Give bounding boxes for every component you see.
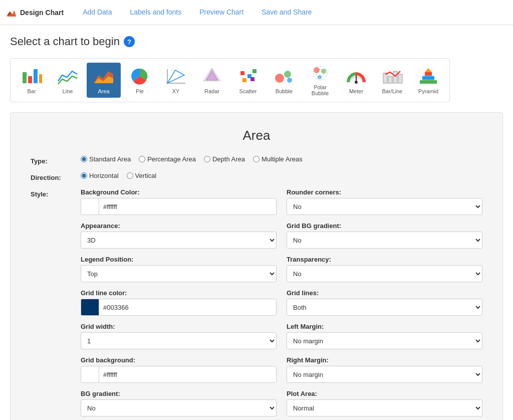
chart-type-bar: Bar Line Area xyxy=(10,58,450,102)
type-multiple[interactable]: Multiple Areas xyxy=(253,155,303,163)
grid-background-group: Grid background: xyxy=(81,356,277,383)
legend-position-select[interactable]: Top Bottom Left Right None xyxy=(81,265,277,282)
scatter-icon xyxy=(237,66,259,86)
direction-row: Direction: Horizontal Vertical xyxy=(31,172,482,181)
svg-rect-22 xyxy=(252,69,256,73)
rounder-corners-select[interactable]: No Yes xyxy=(287,198,482,215)
page-title: Select a chart to begin ? xyxy=(10,35,503,48)
svg-point-25 xyxy=(275,74,284,83)
grid-line-color-value[interactable] xyxy=(99,304,276,311)
bg-color-group: Background Color: xyxy=(81,188,277,215)
style-row: Style: Background Color: Appearance: xyxy=(31,188,482,420)
grid-bg-gradient-group: Grid BG gradient: No Yes xyxy=(287,222,482,249)
grid-bg-color-value[interactable] xyxy=(99,371,276,378)
rounder-corners-group: Rounder corners: No Yes xyxy=(287,188,482,215)
plot-area-group: Plot Area: Normal Full Small xyxy=(287,390,482,416)
bubble-icon xyxy=(273,66,295,86)
chart-type-xy-item[interactable]: XY xyxy=(159,63,193,98)
transparency-label: Transparency: xyxy=(287,256,482,263)
nav-tabs: Add Data Labels and fonts Preview Chart … xyxy=(74,0,321,25)
appearance-group: Appearance: 3D 2D xyxy=(81,222,277,249)
type-depth[interactable]: Depth Area xyxy=(204,155,245,163)
chart-type-scatter-item[interactable]: Scatter xyxy=(231,63,265,98)
svg-rect-7 xyxy=(39,74,42,83)
tab-add-data[interactable]: Add Data xyxy=(74,0,121,25)
chart-type-pyramid-item[interactable]: Pyramid xyxy=(411,63,445,98)
right-margin-select[interactable]: No margin Small Medium Large xyxy=(287,366,482,383)
direction-vertical[interactable]: Vertical xyxy=(127,172,157,179)
type-percentage[interactable]: Percentage Area xyxy=(139,155,196,163)
area-icon xyxy=(93,66,115,86)
right-style-col: Rounder corners: No Yes Grid BG gradient… xyxy=(282,188,482,420)
transparency-select[interactable]: No Yes xyxy=(287,265,482,282)
left-margin-group: Left Margin: No margin Small Medium Larg… xyxy=(287,323,482,349)
grid-line-color-group: Grid line color: xyxy=(81,289,277,316)
svg-rect-43 xyxy=(422,76,434,80)
left-margin-select[interactable]: No margin Small Medium Large xyxy=(287,332,482,349)
logo-icon xyxy=(6,7,17,18)
bg-color-value[interactable] xyxy=(99,203,276,211)
grid-width-label: Grid width: xyxy=(81,323,277,330)
chart-type-polar-bubble-item[interactable]: Polar Bubble xyxy=(303,63,337,98)
bg-gradient-select[interactable]: No Yes xyxy=(81,399,277,416)
grid-line-color-swatch[interactable] xyxy=(81,299,99,315)
direction-horizontal[interactable]: Horizontal xyxy=(81,172,119,179)
svg-point-30 xyxy=(314,67,320,73)
svg-point-27 xyxy=(287,78,292,83)
config-panel: Area Type: Standard Area Percentage Area… xyxy=(10,112,503,420)
chart-type-pie-item[interactable]: Pie xyxy=(123,63,157,98)
svg-marker-45 xyxy=(425,68,432,72)
tab-labels-fonts[interactable]: Labels and fonts xyxy=(121,0,191,25)
xy-icon xyxy=(165,66,187,86)
legend-position-group: Legend Position: Top Bottom Left Right N… xyxy=(81,256,277,282)
line-icon xyxy=(57,66,79,86)
grid-bg-color-input-row[interactable] xyxy=(81,366,277,383)
svg-point-34 xyxy=(355,81,358,84)
svg-point-32 xyxy=(318,75,322,79)
svg-rect-35 xyxy=(383,73,387,83)
bg-gradient-group: BG gradient: No Yes xyxy=(81,390,277,416)
svg-rect-36 xyxy=(388,76,392,83)
plot-area-label: Plot Area: xyxy=(287,390,482,397)
chart-type-bubble-item[interactable]: Bubble xyxy=(267,63,301,98)
style-label: Style: xyxy=(31,188,81,198)
logo[interactable]: Design Chart xyxy=(6,7,64,18)
chart-type-line-item[interactable]: Line xyxy=(51,63,85,98)
chart-type-radar-item[interactable]: Radar xyxy=(195,63,229,98)
left-style-col: Background Color: Appearance: 3D 2D xyxy=(81,188,282,420)
type-options: Standard Area Percentage Area Depth Area… xyxy=(81,155,303,163)
appearance-select[interactable]: 3D 2D xyxy=(81,232,277,249)
grid-background-label: Grid background: xyxy=(81,356,277,364)
svg-marker-13 xyxy=(167,70,184,83)
type-standard[interactable]: Standard Area xyxy=(81,155,131,163)
grid-bg-gradient-select[interactable]: No Yes xyxy=(287,232,482,249)
grid-lines-label: Grid lines: xyxy=(287,289,482,297)
svg-rect-37 xyxy=(393,71,397,83)
chart-type-bar-item[interactable]: Bar xyxy=(15,63,49,98)
config-title: Area xyxy=(31,128,482,143)
type-label: Type: xyxy=(31,155,81,165)
transparency-group: Transparency: No Yes xyxy=(287,256,482,282)
bg-color-input-row[interactable] xyxy=(81,198,277,215)
grid-line-color-input-row[interactable] xyxy=(81,299,277,316)
rounder-corners-label: Rounder corners: xyxy=(287,188,482,196)
grid-width-group: Grid width: 1 2 3 xyxy=(81,323,277,349)
svg-rect-20 xyxy=(240,71,244,75)
plot-area-select[interactable]: Normal Full Small xyxy=(287,399,482,416)
svg-rect-5 xyxy=(28,76,32,83)
logo-text: Design Chart xyxy=(20,9,64,17)
grid-lines-select[interactable]: Both Horizontal Vertical None xyxy=(287,299,482,316)
radar-icon xyxy=(201,66,223,86)
chart-type-area-item[interactable]: Area xyxy=(87,63,121,98)
bg-color-swatch[interactable] xyxy=(81,198,99,215)
grid-lines-group: Grid lines: Both Horizontal Vertical Non… xyxy=(287,289,482,316)
grid-width-select[interactable]: 1 2 3 xyxy=(81,332,277,349)
chart-type-barline-item[interactable]: Bar/Line xyxy=(375,63,409,98)
grid-bg-color-swatch[interactable] xyxy=(81,366,99,382)
tab-preview-chart[interactable]: Preview Chart xyxy=(190,0,252,25)
help-icon[interactable]: ? xyxy=(124,36,135,47)
type-row: Type: Standard Area Percentage Area Dept… xyxy=(31,155,482,165)
barline-icon xyxy=(381,66,403,86)
tab-save-share[interactable]: Save and Share xyxy=(252,0,321,25)
chart-type-meter-item[interactable]: Meter xyxy=(339,63,373,98)
